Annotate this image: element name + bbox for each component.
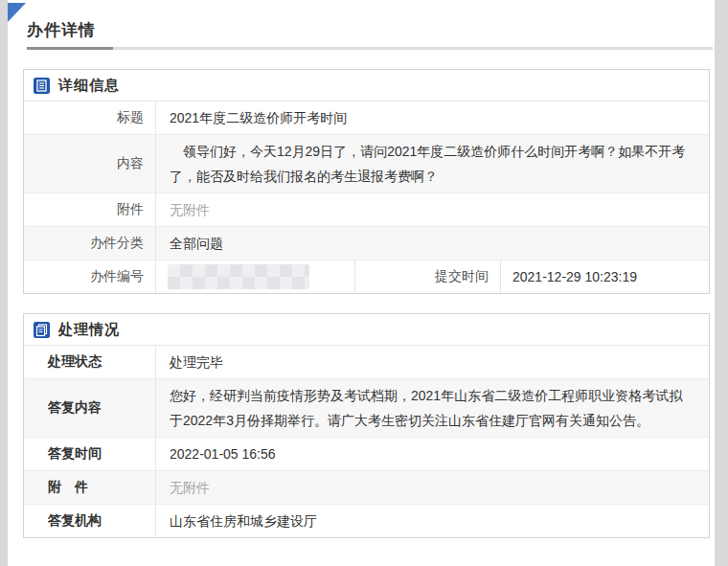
- table-row-reply-time: 答复时间 2022-01-05 16:56: [24, 438, 709, 471]
- reply-attachment-label: 附 件: [24, 471, 156, 504]
- table-row-reply-content: 答复内容 您好，经研判当前疫情形势及考试档期，2021年山东省二级造价工程师职业…: [24, 379, 709, 438]
- reply-attachment-value: 无附件: [156, 471, 709, 504]
- table-row-title: 标题 2021年度二级造价师开考时间: [24, 102, 709, 135]
- process-status-title: 处理情况: [58, 321, 120, 339]
- submit-time-label: 提交时间: [355, 260, 501, 293]
- table-row-status: 处理状态 处理完毕: [24, 346, 709, 379]
- reply-content-value: 您好，经研判当前疫情形势及考试档期，2021年山东省二级造价工程师职业资格考试拟…: [156, 379, 709, 437]
- status-label: 处理状态: [24, 346, 156, 378]
- table-row-category: 办件分类 全部问题: [24, 227, 709, 260]
- item-number-value: [156, 260, 355, 293]
- process-status-section: 处理情况 处理状态 处理完毕 答复内容 您好，经研判当前疫情形势及考试档期，20…: [23, 313, 710, 538]
- reply-agency-label: 答复机构: [24, 505, 156, 537]
- reply-content-label: 答复内容: [24, 379, 156, 437]
- title-underline-accent: [27, 47, 113, 50]
- reply-time-value: 2022-01-05 16:56: [156, 438, 709, 470]
- attachment-label: 附件: [24, 193, 156, 226]
- censored-item-number: [168, 264, 309, 289]
- title-underline: [27, 47, 713, 50]
- table-row-reply-attachment: 附 件 无附件: [24, 471, 709, 505]
- item-detail-page: { "page": { "title": "办件详情" }, "detail":…: [0, 0, 728, 566]
- submit-time-value: 2021-12-29 10:23:19: [501, 260, 709, 293]
- detail-info-section: 详细信息 标题 2021年度二级造价师开考时间 内容 领导们好，今天12月29日…: [23, 69, 710, 294]
- title-label: 标题: [24, 102, 156, 134]
- table-row-reply-agency: 答复机构 山东省住房和城乡建设厅: [24, 505, 709, 537]
- reply-agency-value: 山东省住房和城乡建设厅: [156, 505, 709, 537]
- document-icon: [34, 78, 50, 94]
- attachment-value: 无附件: [156, 193, 709, 226]
- detail-info-header: 详细信息: [24, 70, 709, 102]
- table-row-content: 内容 领导们好，今天12月29日了，请问2021年度二级造价师什么时间开考啊？如…: [24, 135, 709, 193]
- page-title: 办件详情: [8, 0, 715, 47]
- table-row-item-number: 办件编号 提交时间 2021-12-29 10:23:19: [24, 260, 709, 293]
- table-row-attachment: 附件 无附件: [24, 193, 709, 227]
- content-label: 内容: [24, 135, 156, 192]
- content-panel: 办件详情 详细信息 标题 2021年度二级造价师开考时间 内容 领导们好，: [8, 0, 715, 566]
- layered-document-icon: [34, 322, 50, 338]
- content-value: 领导们好，今天12月29日了，请问2021年度二级造价师什么时间开考啊？如果不开…: [156, 135, 709, 192]
- corner-fold-decoration: [8, 3, 26, 22]
- title-value: 2021年度二级造价师开考时间: [156, 102, 709, 134]
- reply-time-label: 答复时间: [24, 438, 156, 470]
- item-number-label: 办件编号: [24, 260, 156, 293]
- process-status-header: 处理情况: [24, 314, 709, 346]
- category-value: 全部问题: [156, 227, 709, 260]
- detail-info-title: 详细信息: [58, 77, 120, 95]
- category-label: 办件分类: [24, 227, 156, 260]
- status-value: 处理完毕: [156, 346, 709, 378]
